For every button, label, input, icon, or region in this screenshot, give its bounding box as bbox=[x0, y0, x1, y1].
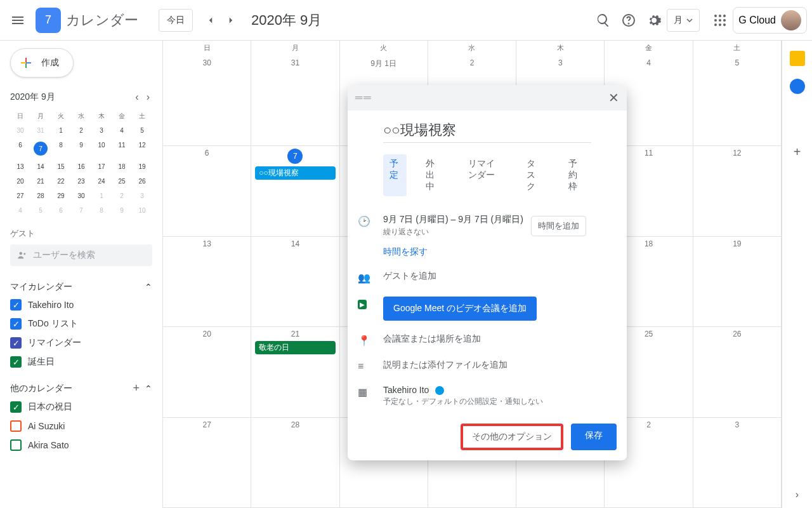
account-chip[interactable]: G Cloud bbox=[733, 7, 807, 34]
main-menu-button[interactable] bbox=[5, 8, 30, 33]
day-cell[interactable]: 27 bbox=[163, 418, 251, 508]
mini-day[interactable]: 7 bbox=[30, 138, 51, 159]
day-cell[interactable]: 6 bbox=[163, 146, 251, 236]
mini-day[interactable]: 14 bbox=[30, 159, 51, 174]
add-guests-field[interactable]: ゲストを追加 bbox=[383, 271, 627, 282]
mini-day[interactable]: 10 bbox=[91, 138, 112, 159]
event-type-tab[interactable]: リマインダー bbox=[462, 154, 508, 196]
mini-day[interactable]: 5 bbox=[132, 123, 152, 138]
event-title-input[interactable] bbox=[383, 118, 591, 143]
other-calendars-toggle[interactable]: 他のカレンダー + ⌃ bbox=[10, 379, 152, 398]
mini-day[interactable]: 18 bbox=[112, 159, 132, 174]
mini-day[interactable]: 21 bbox=[30, 174, 51, 189]
calendar-checkbox[interactable] bbox=[10, 337, 22, 349]
close-button[interactable]: ✕ bbox=[608, 90, 619, 105]
day-cell[interactable]: 30 bbox=[163, 56, 251, 146]
calendar-checkbox[interactable] bbox=[10, 356, 22, 368]
day-cell[interactable]: 13 bbox=[163, 237, 251, 327]
calendar-item[interactable]: 誕生日 bbox=[10, 352, 152, 371]
mini-day[interactable]: 29 bbox=[51, 189, 71, 203]
calendar-checkbox[interactable] bbox=[10, 420, 22, 432]
mini-day[interactable]: 19 bbox=[132, 159, 152, 174]
mini-day[interactable]: 28 bbox=[30, 189, 51, 203]
calendar-checkbox[interactable] bbox=[10, 401, 22, 413]
mini-day[interactable]: 2 bbox=[112, 189, 132, 203]
today-button[interactable]: 今日 bbox=[159, 9, 193, 32]
mini-day[interactable]: 9 bbox=[71, 138, 91, 159]
day-cell[interactable]: 20 bbox=[163, 327, 251, 417]
next-month-button[interactable] bbox=[221, 10, 241, 30]
search-button[interactable] bbox=[591, 8, 616, 33]
prev-month-button[interactable] bbox=[200, 10, 221, 30]
mini-day[interactable]: 10 bbox=[132, 203, 152, 218]
mini-day[interactable]: 15 bbox=[51, 159, 71, 174]
find-time-link[interactable]: 時間を探す bbox=[383, 246, 627, 258]
event-date-range[interactable]: 9月 7日 (月曜日) – 9月 7日 (月曜日) bbox=[383, 214, 523, 225]
day-cell[interactable]: 3 bbox=[693, 418, 782, 508]
mini-day[interactable]: 23 bbox=[71, 174, 91, 189]
event-type-tab[interactable]: タスク bbox=[520, 154, 549, 196]
mini-day[interactable]: 3 bbox=[132, 189, 152, 203]
mini-prev-button[interactable]: ‹ bbox=[133, 90, 141, 104]
mini-day[interactable]: 26 bbox=[132, 174, 152, 189]
mini-day[interactable]: 13 bbox=[10, 159, 30, 174]
calendar-event[interactable]: ○○現場視察 bbox=[255, 166, 335, 180]
mini-day[interactable]: 7 bbox=[71, 203, 91, 218]
mini-day[interactable]: 25 bbox=[112, 174, 132, 189]
mini-day[interactable]: 1 bbox=[91, 189, 112, 203]
mini-day[interactable]: 4 bbox=[112, 123, 132, 138]
mini-day[interactable]: 6 bbox=[51, 203, 71, 218]
mini-day[interactable]: 31 bbox=[30, 123, 51, 138]
day-cell[interactable]: 7○○現場視察 bbox=[251, 146, 339, 236]
mini-day[interactable]: 8 bbox=[91, 203, 112, 218]
settings-button[interactable] bbox=[641, 8, 667, 33]
guest-search-input[interactable]: ユーザーを検索 bbox=[10, 244, 152, 266]
mini-day[interactable]: 20 bbox=[10, 174, 30, 189]
more-options-button[interactable]: その他のオプション bbox=[461, 424, 563, 450]
calendar-item[interactable]: ToDo リスト bbox=[10, 314, 152, 333]
mini-day[interactable]: 17 bbox=[91, 159, 112, 174]
add-meet-button[interactable]: Google Meet のビデオ会議を追加 bbox=[383, 297, 537, 321]
add-calendar-button[interactable]: + bbox=[133, 382, 140, 395]
mini-day[interactable]: 16 bbox=[71, 159, 91, 174]
tasks-addon-button[interactable] bbox=[790, 79, 805, 94]
get-addons-button[interactable]: + bbox=[794, 145, 801, 159]
mini-day[interactable]: 4 bbox=[10, 203, 30, 218]
mini-day[interactable]: 6 bbox=[10, 138, 30, 159]
calendar-item[interactable]: 日本の祝日 bbox=[10, 398, 152, 417]
calendar-checkbox[interactable] bbox=[10, 439, 22, 451]
day-cell[interactable]: 12 bbox=[693, 146, 782, 236]
mini-day[interactable]: 3 bbox=[91, 123, 112, 138]
add-description-field[interactable]: 説明または添付ファイルを追加 bbox=[383, 359, 627, 371]
drag-handle-icon[interactable]: ══ bbox=[355, 92, 372, 104]
help-button[interactable] bbox=[616, 8, 641, 33]
calendar-item[interactable]: Ai Suzuki bbox=[10, 417, 152, 436]
day-cell[interactable]: 26 bbox=[693, 327, 782, 417]
mini-day[interactable]: 9 bbox=[112, 203, 132, 218]
day-cell[interactable]: 19 bbox=[693, 237, 782, 327]
event-type-tab[interactable]: 外出中 bbox=[419, 154, 449, 196]
day-cell[interactable]: 14 bbox=[251, 237, 339, 327]
calendar-item[interactable]: Akira Sato bbox=[10, 436, 152, 455]
mini-day[interactable]: 8 bbox=[51, 138, 71, 159]
calendar-checkbox[interactable] bbox=[10, 318, 22, 330]
keep-addon-button[interactable] bbox=[790, 51, 805, 66]
day-cell[interactable]: 31 bbox=[251, 56, 339, 146]
mini-day[interactable]: 2 bbox=[71, 123, 91, 138]
mini-next-button[interactable]: › bbox=[144, 90, 152, 104]
mini-day[interactable]: 1 bbox=[51, 123, 71, 138]
create-button[interactable]: 作成 bbox=[10, 48, 74, 77]
day-cell[interactable]: 21敬老の日 bbox=[251, 327, 339, 417]
event-repeat[interactable]: 繰り返さない bbox=[383, 227, 523, 237]
collapse-panel-button[interactable]: › bbox=[796, 489, 799, 508]
apps-button[interactable] bbox=[707, 8, 733, 33]
view-selector[interactable]: 月 bbox=[667, 9, 700, 32]
mini-day[interactable]: 30 bbox=[71, 189, 91, 203]
event-type-tab[interactable]: 予約枠 bbox=[562, 154, 591, 196]
mini-day[interactable]: 30 bbox=[10, 123, 30, 138]
calendar-checkbox[interactable] bbox=[10, 299, 22, 311]
calendar-item[interactable]: Takehiro Ito bbox=[10, 295, 152, 314]
mini-day[interactable]: 12 bbox=[132, 138, 152, 159]
mini-day[interactable]: 27 bbox=[10, 189, 30, 203]
day-cell[interactable]: 5 bbox=[693, 56, 782, 146]
